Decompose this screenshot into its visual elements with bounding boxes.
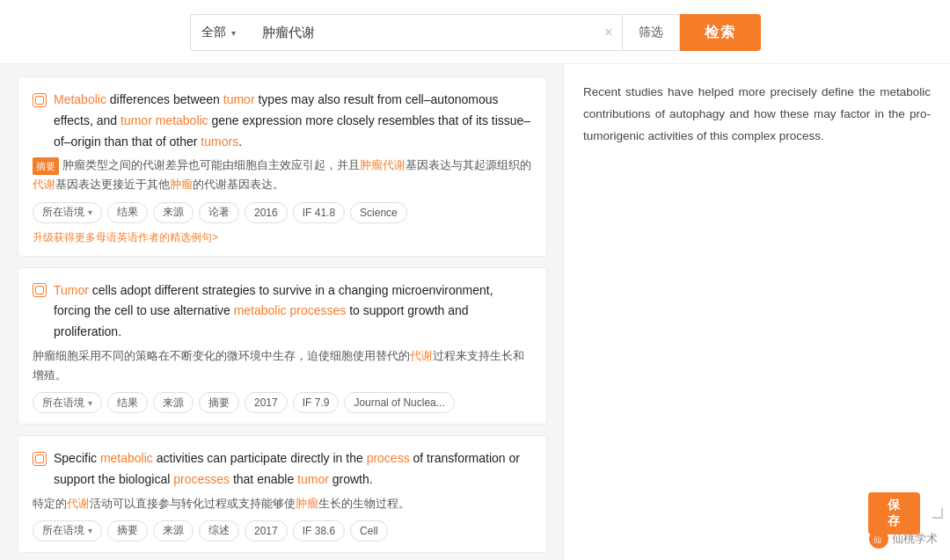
search-button[interactable]: 检索 [680, 14, 761, 51]
highlight: tumor [121, 113, 152, 127]
result-icon-3 [33, 452, 47, 466]
filter-button[interactable]: 筛选 [623, 14, 680, 51]
highlight: 肿瘤代谢 [360, 158, 406, 171]
chevron-down-icon: ▾ [88, 207, 92, 217]
tag-row-1: 所在语境 ▾ 结果 来源 论著 2016 IF 41.8 Science [33, 202, 532, 223]
highlight: metabolic [100, 451, 153, 465]
tag-context-2[interactable]: 所在语境 ▾ [33, 392, 102, 413]
search-type-label: 全部 [201, 25, 226, 40]
highlight: 代谢 [33, 178, 55, 191]
result-cn-text-2: 肿瘤细胞采用不同的策略在不断变化的微环境中生存，迫使细胞使用替代的代谢过程来支持… [33, 346, 532, 385]
tag-type-2[interactable]: 摘要 [199, 392, 239, 413]
tag-context-3[interactable]: 所在语境 ▾ [33, 520, 102, 542]
result-item: Metabolic differences between tumor type… [18, 76, 547, 257]
resize-handle[interactable] [932, 508, 943, 519]
result-item-3: Specific metabolic activities can partic… [18, 435, 547, 553]
highlight: tumors [201, 135, 238, 149]
result-en-text-1: Metabolic differences between tumor type… [54, 90, 532, 152]
result-en-block-3: Specific metabolic activities can partic… [33, 448, 532, 494]
tag-type[interactable]: 论著 [199, 202, 239, 223]
search-input-wrap: × [253, 14, 623, 51]
highlight: tumor [297, 472, 329, 486]
tag-result[interactable]: 结果 [107, 202, 148, 223]
tag-journal[interactable]: Science [350, 202, 407, 223]
save-button[interactable]: 保存 [868, 492, 920, 535]
result-en-block-2: Tumor cells adopt different strategies t… [33, 280, 532, 346]
right-panel-text: Recent studies have helped more precisel… [583, 82, 931, 148]
search-bar: 全部 ▾ × 筛选 检索 [0, 0, 950, 64]
footer-area: 仙 仙桃学术 保存 [869, 529, 938, 549]
tag-context[interactable]: 所在语境 ▾ [33, 202, 102, 223]
tag-journal-2[interactable]: Journal of Nuclea... [344, 392, 454, 413]
tag-if-2[interactable]: IF 7.9 [293, 392, 340, 413]
tag-type-3[interactable]: 综述 [199, 520, 239, 542]
highlight: 肿瘤 [170, 178, 193, 191]
result-en-text-2: Tumor cells adopt different strategies t… [54, 280, 532, 343]
clear-icon[interactable]: × [604, 25, 612, 40]
cn-badge-1: 摘要 [33, 157, 59, 176]
highlight: processes [173, 472, 230, 486]
tag-journal-3[interactable]: Cell [350, 520, 388, 542]
highlight: metabolic [156, 113, 208, 127]
tag-result-2[interactable]: 结果 [107, 392, 148, 413]
result-icon-1 [33, 93, 47, 107]
tag-if-3[interactable]: IF 38.6 [293, 520, 345, 542]
search-type-select[interactable]: 全部 ▾ [190, 14, 253, 51]
result-icon-2 [33, 283, 47, 297]
chevron-down-icon: ▾ [231, 28, 236, 38]
highlight: 代谢 [67, 497, 90, 510]
result-en-text-3: Specific metabolic activities can partic… [54, 448, 532, 491]
chevron-down-icon: ▾ [88, 526, 92, 535]
highlight: Tumor [54, 283, 89, 297]
highlight: 代谢 [410, 349, 433, 362]
result-cn-text-3: 特定的代谢活动可以直接参与转化过程或支持能够使肿瘤生长的生物过程。 [33, 494, 532, 513]
left-panel: Metabolic differences between tumor type… [0, 64, 563, 560]
tag-source[interactable]: 来源 [153, 202, 194, 223]
tag-source-3[interactable]: 来源 [153, 520, 194, 542]
highlight: process [367, 451, 410, 465]
svg-text:仙: 仙 [873, 535, 881, 544]
search-bar-inner: 全部 ▾ × 筛选 检索 [190, 14, 761, 51]
chevron-down-icon: ▾ [88, 398, 92, 408]
highlight: 肿瘤 [296, 497, 318, 510]
tag-year-2[interactable]: 2017 [245, 392, 288, 413]
tag-row-2: 所在语境 ▾ 结果 来源 摘要 2017 IF 7.9 Journal of N… [33, 392, 532, 413]
tag-if[interactable]: IF 41.8 [293, 202, 345, 223]
highlight: tumor [223, 92, 255, 106]
result-cn-text-1: 摘要肿瘤类型之间的代谢差异也可能由细胞自主效应引起，并且肿瘤代谢基因表达与其起源… [33, 156, 532, 194]
highlight: metabolic processes [234, 303, 347, 317]
tag-row-3: 所在语境 ▾ 摘要 来源 综述 2017 IF 38.6 Cell [33, 520, 532, 542]
main-layout: Metabolic differences between tumor type… [0, 64, 950, 560]
tag-year-3[interactable]: 2017 [245, 520, 288, 542]
highlight: Metabolic [54, 92, 106, 106]
result-en-block: Metabolic differences between tumor type… [33, 90, 532, 156]
result-item-2: Tumor cells adopt different strategies t… [18, 267, 547, 425]
tag-source-2[interactable]: 来源 [153, 392, 194, 413]
right-panel: Recent studies have helped more precisel… [563, 64, 950, 560]
search-input[interactable] [262, 25, 598, 40]
tag-year[interactable]: 2016 [245, 202, 288, 223]
tag-abstract-3[interactable]: 摘要 [107, 520, 148, 542]
upgrade-link-1[interactable]: 升级获得更多母语英语作者的精选例句> [33, 230, 532, 245]
